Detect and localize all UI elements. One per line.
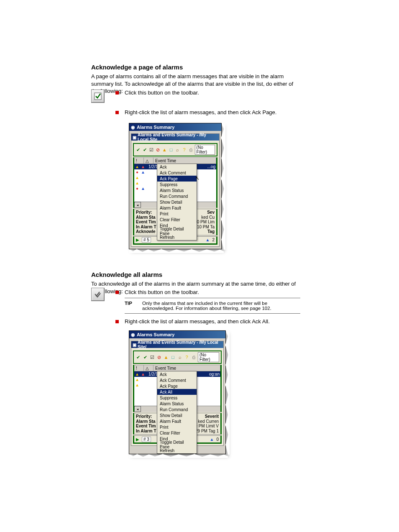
sub-icon: ▣ bbox=[133, 343, 136, 347]
filter-dropdown[interactable]: (No Filter) bbox=[195, 145, 215, 155]
tip-label: TIP bbox=[125, 301, 137, 311]
ack-comment-button[interactable]: ✔ bbox=[142, 147, 148, 153]
warning-icon: ▲ bbox=[134, 164, 140, 169]
find-button[interactable]: ⌕ bbox=[175, 147, 180, 153]
print-button[interactable]: ⎙ bbox=[188, 147, 194, 153]
suppress-button[interactable]: ⊘ bbox=[156, 354, 162, 360]
menu-toggle-detail-pane[interactable]: Toggle Detail Pane bbox=[157, 228, 197, 234]
menu-alarm-status[interactable]: Alarm Status bbox=[157, 187, 197, 193]
ack-page-button[interactable]: ☑ bbox=[149, 354, 155, 360]
status-right: 2 bbox=[212, 238, 215, 242]
alarm-icon: ▲ bbox=[140, 372, 146, 376]
menu-clear-filter[interactable]: Clear Filter bbox=[157, 430, 197, 436]
heading-ack-page: Acknowledge a page of alarms bbox=[91, 64, 183, 71]
menu-ack-page[interactable]: Ack Page bbox=[157, 176, 197, 182]
row-tail: ...og bbox=[207, 164, 216, 169]
menu-suppress[interactable]: Suppress bbox=[157, 182, 197, 187]
status-count: # 3 bbox=[142, 437, 151, 442]
menu-suppress[interactable]: Suppress bbox=[157, 395, 197, 401]
warning-icon: ▲ bbox=[134, 372, 140, 376]
menu-print[interactable]: Print bbox=[157, 211, 197, 217]
run-command-button[interactable]: □ bbox=[169, 147, 174, 153]
sub-titlebar: ▣ Alarms and Events Summary - /My Local … bbox=[131, 134, 219, 141]
ack-comment-button[interactable]: ✔ bbox=[143, 354, 148, 360]
status-right: 0 bbox=[216, 437, 219, 442]
heading-ack-all: Acknowledge all alarms bbox=[91, 271, 162, 278]
titlebar: ◉ Alarms Summary bbox=[129, 331, 225, 338]
bullet-icon bbox=[115, 111, 119, 114]
alarms-summary-window-1: ◉ Alarms Summary ▣ Alarms and Events Sum… bbox=[129, 123, 222, 249]
status-flag-icon: ▶ bbox=[136, 437, 139, 442]
alarm-list: ! △ Event Time ▲ ▲ 1/2/1998 3:28:10 PM .… bbox=[133, 157, 217, 208]
status-button[interactable]: ▲ bbox=[162, 147, 167, 153]
ack-page-button[interactable]: ☑ bbox=[148, 147, 154, 153]
warning-icon: ▲ bbox=[134, 383, 140, 387]
filter-dropdown[interactable]: (No Filter) bbox=[198, 352, 219, 362]
bell-icon: ▲ bbox=[140, 170, 146, 174]
bullet-icon bbox=[115, 320, 119, 323]
ack-all-icon bbox=[91, 288, 105, 301]
menu-ack[interactable]: Ack bbox=[157, 371, 197, 377]
col-priority[interactable]: ! bbox=[134, 365, 144, 371]
scroll-left-button[interactable]: ◂ bbox=[134, 406, 141, 412]
sub-icon: ▣ bbox=[133, 135, 136, 140]
menu-alarm-status[interactable]: Alarm Status bbox=[157, 401, 197, 407]
menu-ack-page[interactable]: Ack Page bbox=[157, 383, 197, 389]
status-bell-icon: ▲ bbox=[210, 437, 214, 442]
warning-icon: ▲ bbox=[134, 377, 140, 382]
run-command-button[interactable]: □ bbox=[170, 354, 176, 360]
detail-label: Event Tim bbox=[136, 220, 156, 224]
col-event-time[interactable]: Event Time bbox=[153, 158, 216, 164]
bullet2b-text: Right-click the list of alarm messages, … bbox=[125, 318, 309, 325]
find-button[interactable]: ⌕ bbox=[177, 354, 183, 360]
print-button[interactable]: ⎙ bbox=[191, 354, 197, 360]
col-bell[interactable]: △ bbox=[144, 158, 153, 164]
ack-selected-button[interactable]: ✔ bbox=[136, 354, 141, 360]
bell-icon: ▲ bbox=[140, 186, 146, 191]
menu-show-detail[interactable]: Show Detail bbox=[157, 199, 197, 205]
app-icon: ◉ bbox=[131, 125, 135, 130]
menu-clear-filter[interactable]: Clear Filter bbox=[157, 217, 197, 223]
alarm-icon: ▲ bbox=[140, 164, 146, 169]
detail-label: Priority: bbox=[136, 414, 152, 419]
help-button[interactable]: ? bbox=[182, 147, 187, 153]
menu-alarm-fault[interactable]: Alarm Fault bbox=[157, 418, 197, 424]
menu-ack-all[interactable]: Ack All bbox=[157, 389, 197, 395]
menu-show-detail[interactable]: Show Detail bbox=[157, 412, 197, 418]
bullet-icon bbox=[115, 291, 119, 294]
menu-print[interactable]: Print bbox=[157, 424, 197, 430]
col-priority[interactable]: ! bbox=[134, 158, 144, 164]
app-icon: ◉ bbox=[131, 332, 135, 338]
ack-selected-button[interactable]: ✔ bbox=[136, 147, 141, 153]
help-button[interactable]: ? bbox=[184, 354, 190, 360]
alarm-list: ! △ Event Time ▲ ▲ 1/2/1998 3:33:29 PM o… bbox=[133, 365, 222, 412]
menu-ack-comment[interactable]: Ack Comment bbox=[157, 170, 197, 176]
detail-value: Tag bbox=[207, 229, 215, 234]
row-tail: og:an bbox=[209, 372, 220, 376]
toolbar: ✔ ✔ ☑ ⊘ ▲ □ ⌕ ? ⎙ (No Filter) bbox=[133, 143, 217, 156]
status-button[interactable]: ▲ bbox=[163, 354, 169, 360]
tip-box: TIP Only the alarms that are included in… bbox=[125, 298, 300, 314]
detail-label: Acknowle bbox=[136, 229, 156, 234]
context-menu: Ack Ack Comment Ack Page Ack All Suppres… bbox=[157, 371, 197, 454]
detail-label: Alarm Sta bbox=[136, 419, 156, 424]
menu-alarm-fault[interactable]: Alarm Fault bbox=[157, 205, 197, 211]
menu-run-command[interactable]: Run Command bbox=[157, 193, 197, 199]
critical-icon: ● bbox=[134, 170, 140, 174]
tip-text: Only the alarms that are included in the… bbox=[142, 301, 300, 311]
menu-run-command[interactable]: Run Command bbox=[157, 407, 197, 412]
sub-title: Alarms and Events Summary - /My Local Si… bbox=[138, 133, 218, 142]
col-bell[interactable]: △ bbox=[144, 365, 153, 371]
status-count: # 5 bbox=[142, 237, 151, 243]
suppress-button[interactable]: ⊘ bbox=[155, 147, 161, 153]
toolbar: ✔ ✔ ☑ ⊘ ▲ □ ⌕ ? ⎙ (No Filter) bbox=[133, 350, 222, 364]
detail-value: 10 PM Ta bbox=[194, 225, 215, 230]
warning-icon: ▲ bbox=[134, 175, 140, 180]
menu-ack[interactable]: Ack bbox=[157, 164, 197, 170]
col-event-time[interactable]: Event Time bbox=[153, 365, 220, 371]
scroll-left-button[interactable]: ◂ bbox=[134, 202, 141, 208]
detail-value: 10 PM Lim bbox=[194, 220, 215, 225]
menu-toggle-detail-pane[interactable]: Toggle Detail Pane bbox=[157, 442, 197, 448]
bullet1b-text: Right-click the list of alarm messages, … bbox=[125, 109, 309, 116]
menu-ack-comment[interactable]: Ack Comment bbox=[157, 377, 197, 383]
